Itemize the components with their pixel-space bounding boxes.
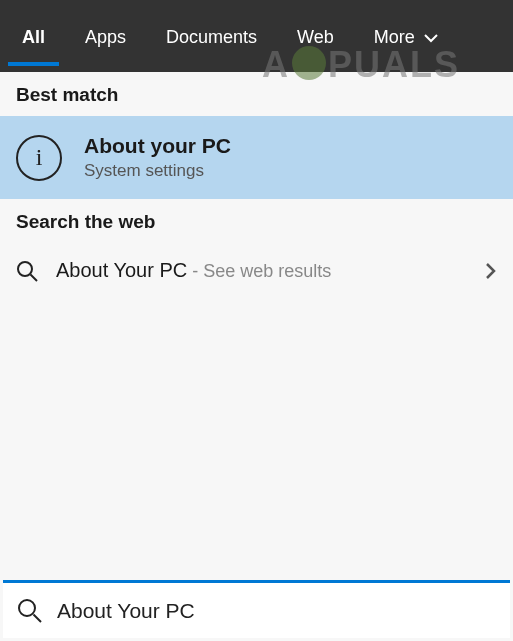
tab-all[interactable]: All [14,7,53,66]
search-input[interactable] [57,599,496,623]
web-result-hint: - See web results [187,261,331,281]
search-tabs: All Apps Documents Web More [0,0,513,72]
best-match-result[interactable]: i About your PC System settings [0,116,513,199]
svg-line-3 [34,614,42,622]
web-result-text: About Your PC - See web results [56,259,467,282]
best-match-text: About your PC System settings [84,134,231,181]
search-bar [3,580,510,638]
section-search-web: Search the web [0,199,513,243]
chevron-down-icon [424,33,438,43]
best-match-title: About your PC [84,134,231,158]
search-icon [17,598,43,624]
svg-point-0 [18,262,32,276]
section-best-match: Best match [0,72,513,116]
tab-web[interactable]: Web [289,7,342,66]
search-icon [16,260,38,282]
info-icon: i [16,135,62,181]
web-result[interactable]: About Your PC - See web results [0,243,513,298]
chevron-right-icon [485,262,497,280]
tab-more-label: More [374,27,415,47]
tab-apps[interactable]: Apps [77,7,134,66]
svg-line-1 [31,274,38,281]
tab-documents[interactable]: Documents [158,7,265,66]
best-match-subtitle: System settings [84,161,231,181]
tab-more[interactable]: More [366,7,446,66]
svg-point-2 [19,600,35,616]
web-result-title: About Your PC [56,259,187,281]
